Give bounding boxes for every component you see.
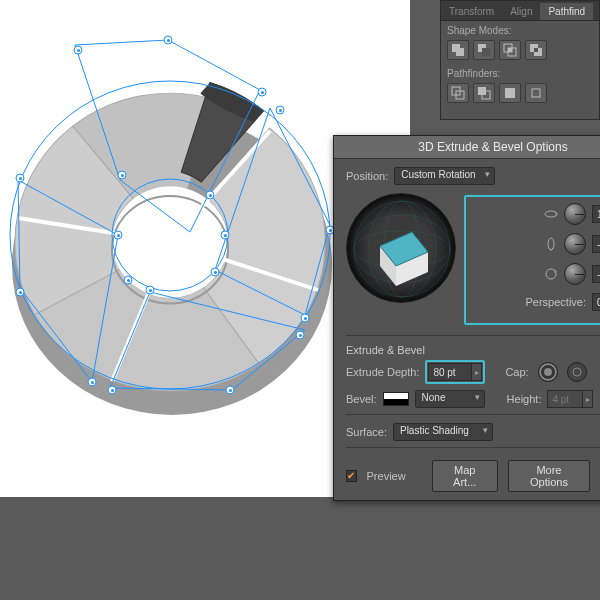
tab-align[interactable]: Align [502,3,540,20]
extrude-depth-input[interactable] [428,363,472,381]
intersect-button[interactable] [499,40,521,60]
rotate-y-input[interactable] [592,235,600,253]
surface-label: Surface: [346,426,387,438]
cap-off-button[interactable] [567,362,587,382]
bevel-select[interactable]: None [415,390,485,408]
perspective-label: Perspective: [525,296,586,308]
surface-select[interactable]: Plastic Shading [393,423,493,441]
cap-label: Cap: [505,366,528,378]
merge-button[interactable] [499,83,521,103]
anchor-point[interactable] [301,314,310,323]
anchor-point[interactable] [114,231,123,240]
preview-label: Preview [367,470,406,482]
svg-rect-15 [508,48,512,52]
anchor-point[interactable] [276,106,285,115]
anchor-point[interactable] [206,191,215,200]
anchor-point[interactable] [108,386,117,395]
height-input [547,390,583,408]
anchor-point[interactable] [16,288,25,297]
unite-button[interactable] [447,40,469,60]
svg-rect-12 [482,48,490,56]
svg-point-37 [544,368,552,376]
map-art-button[interactable]: Map Art... [432,460,498,492]
svg-rect-18 [534,48,538,52]
minus-front-button[interactable] [473,40,495,60]
rotate-x-input[interactable] [592,205,600,223]
height-stepper: ▸ [583,390,593,408]
position-label: Position: [346,170,388,182]
svg-rect-23 [505,88,515,98]
anchor-point[interactable] [16,174,25,183]
pathfinder-panel: Transform Align Pathfind Shape Modes: Pa… [440,0,600,120]
anchor-point[interactable] [164,36,173,45]
svg-rect-24 [532,89,540,97]
anchor-point[interactable] [226,386,235,395]
rotate-z-dial[interactable] [564,263,586,285]
divide-button[interactable] [447,83,469,103]
exclude-button[interactable] [525,40,547,60]
anchor-point[interactable] [146,286,155,295]
rotation-trackball[interactable] [346,193,456,303]
anchor-point[interactable] [296,331,305,340]
perspective-input[interactable] [592,293,600,311]
dialog-title: 3D Extrude & Bevel Options [334,136,600,159]
crop-button[interactable] [525,83,547,103]
anchor-point[interactable] [221,231,230,240]
more-options-button[interactable]: More Options [508,460,590,492]
anchor-point[interactable] [88,378,97,387]
shape-modes-label: Shape Modes: [441,21,599,38]
extrude-depth-highlight: ▸ [425,360,485,384]
bevel-swatch [383,392,409,406]
anchor-point[interactable] [118,171,127,180]
extrude-depth-stepper[interactable]: ▸ [472,363,482,381]
position-select[interactable]: Custom Rotation [394,167,494,185]
rotation-highlight: Perspective: ▸ [464,195,600,325]
tab-pathfinder[interactable]: Pathfind [540,3,593,20]
bevel-label: Bevel: [346,393,377,405]
anchor-point[interactable] [258,88,267,97]
anchor-point[interactable] [74,46,83,55]
tab-transform[interactable]: Transform [441,3,502,20]
rotate-x-icon [544,207,558,221]
pathfinders-label: Pathfinders: [441,64,599,81]
rotate-y-icon [544,237,558,251]
height-label: Height: [507,393,542,405]
svg-point-38 [573,368,581,376]
rotate-y-dial[interactable] [564,233,586,255]
extrude-bevel-dialog: 3D Extrude & Bevel Options Position: Cus… [333,135,600,501]
preview-checkbox[interactable]: ✔ [346,470,357,482]
anchor-point[interactable] [124,276,133,285]
rotate-z-input[interactable] [592,265,600,283]
extrude-depth-label: Extrude Depth: [346,366,419,378]
rotate-x-dial[interactable] [564,203,586,225]
extrude-bevel-heading: Extrude & Bevel [346,344,600,356]
trim-button[interactable] [473,83,495,103]
svg-rect-10 [456,48,464,56]
anchor-point[interactable] [211,268,220,277]
cap-on-button[interactable] [538,362,558,382]
rotate-z-icon [544,267,558,281]
